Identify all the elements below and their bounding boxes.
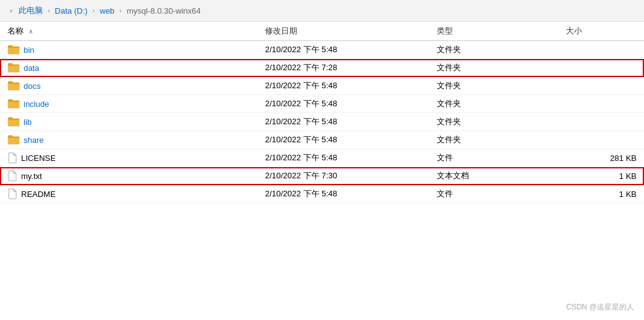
table-row[interactable]: lib2/10/2022 下午 5:48文件夹: [0, 113, 644, 131]
table-row[interactable]: my.txt2/10/2022 下午 7:30文本文档1 KB: [0, 167, 644, 185]
table-row[interactable]: bin2/10/2022 下午 5:48文件夹: [0, 41, 644, 59]
file-list-container: 名称 ∧ 修改日期 类型 大小 bin2/10/2022 下午 5:48文件夹: [0, 22, 644, 203]
file-date: 2/10/2022 下午 7:28: [257, 59, 429, 77]
file-type: 文件: [429, 185, 558, 203]
table-row[interactable]: LICENSE2/10/2022 下午 5:48文件281 KB: [0, 149, 644, 167]
table-row[interactable]: data2/10/2022 下午 7:28文件夹: [0, 59, 644, 77]
file-name: docs: [24, 81, 40, 91]
folder-icon: [7, 117, 20, 127]
file-icon: [7, 188, 17, 199]
expand-icon[interactable]: ›: [10, 7, 12, 14]
table-row[interactable]: README2/10/2022 下午 5:48文件1 KB: [0, 185, 644, 203]
file-date: 2/10/2022 下午 5:48: [257, 185, 429, 203]
file-date: 2/10/2022 下午 5:48: [257, 113, 429, 131]
breadcrumb-item-mysql: mysql-8.0.30-winx64: [127, 6, 200, 16]
breadcrumb-bar: › 此电脑 › Data (D:) › web › mysql-8.0.30-w…: [0, 0, 644, 22]
file-size: 281 KB: [558, 149, 644, 167]
file-size: [558, 59, 644, 77]
file-name: README: [21, 190, 56, 199]
table-header-row: 名称 ∧ 修改日期 类型 大小: [0, 22, 644, 41]
file-type: 文件夹: [429, 41, 558, 59]
file-type: 文件: [429, 149, 558, 167]
breadcrumb-sep-3: ›: [120, 7, 122, 14]
folder-icon: [7, 99, 20, 109]
folder-icon: [7, 135, 20, 145]
sort-arrow-icon: ∧: [29, 28, 33, 35]
col-header-date[interactable]: 修改日期: [257, 22, 429, 41]
table-row[interactable]: include2/10/2022 下午 5:48文件夹: [0, 95, 644, 113]
folder-icon: [7, 45, 20, 55]
file-type: 文本文档: [429, 167, 558, 185]
file-type: 文件夹: [429, 59, 558, 77]
file-date: 2/10/2022 下午 5:48: [257, 149, 429, 167]
breadcrumb-item-web[interactable]: web: [100, 6, 115, 16]
file-type: 文件夹: [429, 77, 558, 95]
file-date: 2/10/2022 下午 5:48: [257, 41, 429, 59]
file-size: [558, 41, 644, 59]
file-name: bin: [24, 45, 34, 55]
file-name: include: [24, 99, 49, 109]
file-icon: [7, 152, 17, 163]
folder-icon: [7, 81, 20, 91]
col-header-size[interactable]: 大小: [558, 22, 644, 41]
breadcrumb-sep-1: ›: [48, 7, 50, 14]
folder-icon: [7, 63, 20, 73]
file-name: lib: [24, 117, 32, 127]
file-size: [558, 131, 644, 149]
file-size: 1 KB: [558, 185, 644, 203]
file-icon: [7, 170, 17, 181]
col-header-type[interactable]: 类型: [429, 22, 558, 41]
file-type: 文件夹: [429, 131, 558, 149]
file-size: 1 KB: [558, 167, 644, 185]
file-type: 文件夹: [429, 113, 558, 131]
file-size: [558, 113, 644, 131]
file-date: 2/10/2022 下午 5:48: [257, 95, 429, 113]
table-row[interactable]: share2/10/2022 下午 5:48文件夹: [0, 131, 644, 149]
file-name: data: [24, 63, 39, 73]
file-date: 2/10/2022 下午 7:30: [257, 167, 429, 185]
file-size: [558, 95, 644, 113]
breadcrumb-item-computer[interactable]: 此电脑: [19, 5, 43, 16]
file-date: 2/10/2022 下午 5:48: [257, 131, 429, 149]
file-type: 文件夹: [429, 95, 558, 113]
file-name: share: [24, 135, 44, 145]
table-row[interactable]: docs2/10/2022 下午 5:48文件夹: [0, 77, 644, 95]
watermark: CSDN @追星星的人: [566, 302, 634, 313]
file-name: LICENSE: [21, 153, 56, 163]
file-name: my.txt: [21, 171, 42, 181]
file-size: [558, 77, 644, 95]
breadcrumb-item-drive[interactable]: Data (D:): [55, 6, 87, 16]
col-header-name[interactable]: 名称 ∧: [0, 22, 257, 41]
breadcrumb-sep-2: ›: [92, 7, 95, 14]
file-date: 2/10/2022 下午 5:48: [257, 77, 429, 95]
file-table: 名称 ∧ 修改日期 类型 大小 bin2/10/2022 下午 5:48文件夹: [0, 22, 644, 203]
